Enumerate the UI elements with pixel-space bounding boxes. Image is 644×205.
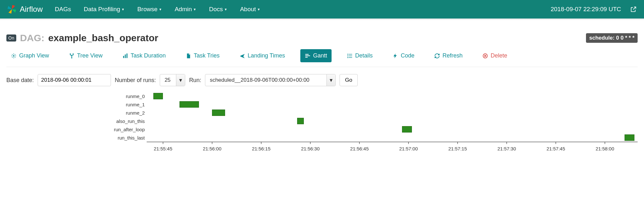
svg-rect-13 — [123, 56, 124, 58]
nav-admin[interactable]: Admin▼ — [175, 6, 196, 13]
chevron-down-icon[interactable]: ▾ — [326, 74, 335, 86]
gantt-bar[interactable] — [297, 118, 304, 124]
nav-about[interactable]: About▼ — [240, 6, 260, 13]
base-date-label: Base date: — [6, 77, 34, 84]
gantt-chart: runme_0runme_1runme_2also_run_thisrun_af… — [13, 92, 638, 155]
x-tick: 21:57:45 — [546, 142, 565, 151]
nav-data-profiling[interactable]: Data Profiling▼ — [84, 6, 125, 13]
x-tick: 21:56:00 — [203, 142, 221, 151]
gantt-row-label: run_after_loop — [114, 125, 145, 133]
svg-point-19 — [347, 54, 348, 55]
nav-dags[interactable]: DAGs — [55, 6, 71, 13]
num-runs-select[interactable]: 25 ▾ — [160, 74, 185, 86]
tab-tree-view[interactable]: Tree View — [64, 49, 107, 62]
gantt-row — [147, 133, 638, 142]
gantt-y-labels: runme_0runme_1runme_2also_run_thisrun_af… — [13, 92, 147, 155]
refresh-icon — [434, 53, 440, 59]
base-date-input[interactable] — [38, 74, 111, 86]
tab-task-duration[interactable]: Task Duration — [118, 49, 170, 62]
lightning-icon — [392, 53, 398, 59]
svg-rect-18 — [305, 57, 308, 57]
svg-point-21 — [347, 55, 348, 56]
tree-icon — [69, 53, 75, 59]
svg-rect-24 — [349, 57, 352, 58]
gantt-plot-rows — [147, 92, 638, 142]
svg-rect-15 — [127, 53, 128, 58]
svg-rect-20 — [349, 54, 352, 55]
gantt-row — [147, 92, 638, 100]
schedule-badge[interactable]: schedule: 0 0 * * * — [586, 33, 638, 43]
gantt-row — [147, 100, 638, 109]
plane-icon — [239, 53, 245, 59]
burst-icon — [11, 53, 17, 59]
dag-id: example_bash_operator — [48, 33, 158, 43]
svg-line-5 — [12, 54, 13, 55]
filter-form: Base date: Number of runs: 25 ▾ Run: sch… — [6, 67, 638, 92]
chevron-down-icon[interactable]: ▾ — [176, 74, 185, 86]
svg-rect-14 — [125, 54, 126, 58]
svg-point-12 — [71, 57, 72, 58]
airflow-logo-icon — [7, 4, 17, 14]
run-label: Run: — [189, 77, 201, 84]
brand-text: Airflow — [20, 5, 43, 14]
svg-rect-16 — [305, 54, 309, 55]
gantt-bar[interactable] — [402, 126, 412, 133]
tab-details[interactable]: Details — [342, 49, 377, 62]
gantt-row-label: run_this_last — [118, 133, 145, 142]
navbar: Airflow DAGs Data Profiling▼ Browse▼ Adm… — [0, 0, 644, 19]
gantt-row-label: runme_0 — [126, 92, 145, 100]
chevron-down-icon: ▼ — [121, 8, 125, 11]
tab-graph-view[interactable]: Graph View — [6, 49, 54, 62]
svg-point-10 — [72, 53, 74, 55]
x-tick: 21:57:15 — [448, 142, 467, 151]
svg-point-23 — [347, 57, 348, 58]
tab-delete[interactable]: Delete — [478, 49, 512, 62]
document-icon — [186, 53, 191, 59]
tab-landing-times[interactable]: Landing Times — [235, 49, 289, 62]
svg-line-7 — [12, 57, 13, 57]
chevron-down-icon: ▼ — [159, 8, 162, 11]
gantt-row-label: runme_2 — [126, 109, 145, 117]
gantt-icon — [305, 53, 311, 59]
bar-chart-icon — [122, 53, 128, 59]
nav-right: 2018-09-07 22:29:09 UTC — [551, 6, 637, 13]
svg-line-8 — [15, 54, 15, 55]
gantt-row — [147, 125, 638, 133]
dag-label: DAG: — [20, 33, 45, 43]
tab-task-tries[interactable]: Task Tries — [181, 49, 224, 62]
list-icon — [347, 53, 353, 59]
nav-items: DAGs Data Profiling▼ Browse▼ Admin▼ Docs… — [55, 6, 551, 13]
gantt-bar[interactable] — [153, 93, 163, 99]
tab-code[interactable]: Code — [388, 49, 419, 62]
gantt-bar[interactable] — [625, 134, 634, 141]
gantt-row-label: runme_1 — [126, 100, 145, 109]
tab-row: Graph View Tree View Task Duration Task … — [6, 47, 638, 67]
svg-point-0 — [13, 55, 15, 57]
nav-docs[interactable]: Docs▼ — [209, 6, 227, 13]
external-link-icon[interactable] — [630, 6, 637, 13]
nav-browse[interactable]: Browse▼ — [137, 6, 162, 13]
go-button[interactable]: Go — [340, 74, 358, 86]
x-tick: 21:56:15 — [252, 142, 270, 151]
gantt-bar[interactable] — [179, 101, 199, 108]
num-runs-label: Number of runs: — [115, 77, 156, 84]
chevron-down-icon: ▼ — [224, 8, 227, 11]
gantt-bar[interactable] — [212, 110, 225, 116]
gantt-row-label: also_run_this — [116, 117, 145, 125]
run-select[interactable]: scheduled__2018-09-06T00:00:00+00:00 ▾ — [205, 74, 336, 86]
clock: 2018-09-07 22:29:09 UTC — [551, 6, 621, 13]
dag-on-toggle[interactable]: On — [6, 34, 16, 42]
chevron-down-icon: ▼ — [257, 8, 260, 11]
tab-gantt[interactable]: Gantt — [300, 49, 332, 62]
svg-rect-17 — [305, 55, 310, 56]
brand[interactable]: Airflow — [7, 4, 43, 14]
x-tick: 21:56:30 — [301, 142, 319, 151]
tab-refresh[interactable]: Refresh — [430, 49, 467, 62]
gantt-row — [147, 117, 638, 125]
gantt-row — [147, 109, 638, 117]
x-tick: 21:58:00 — [596, 142, 614, 151]
svg-rect-22 — [349, 56, 352, 56]
svg-point-9 — [70, 53, 71, 55]
x-tick: 21:57:00 — [399, 142, 418, 151]
gantt-x-axis: 21:55:4521:56:0021:56:1521:56:3021:56:45… — [147, 142, 638, 155]
